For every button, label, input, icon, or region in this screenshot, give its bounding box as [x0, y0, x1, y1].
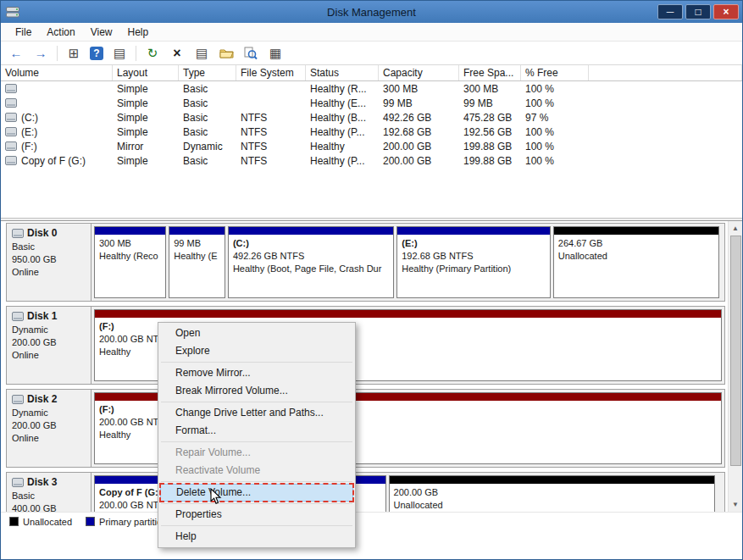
disk-0-label[interactable]: Disk 0 Basic 950.00 GB Online [7, 224, 91, 301]
scroll-down-icon[interactable]: ▼ [729, 497, 743, 512]
column-header-file-system[interactable]: File System [236, 65, 306, 80]
maximize-button[interactable]: □ [685, 4, 711, 19]
cell-file-system: NTFS [236, 112, 306, 124]
cell-pct-free: 100 % [521, 141, 589, 152]
properties-icon[interactable]: ▤ [193, 45, 210, 62]
column-header-layout[interactable]: Layout [113, 65, 179, 80]
disk-3-label[interactable]: Disk 3 Basic 400.00 GB Online [7, 473, 91, 512]
menu-item-repair-volume: Repair Volume... [160, 444, 353, 462]
menu-view[interactable]: View [83, 25, 120, 40]
menu-item-format[interactable]: Format... [160, 422, 353, 440]
menu-item-explore[interactable]: Explore [160, 342, 353, 360]
cell-capacity: 99 MB [379, 97, 459, 109]
graphical-view: Disk 0 Basic 950.00 GB Online 300 MB Hea… [1, 221, 742, 512]
cell-type: Dynamic [179, 141, 236, 152]
menu-help[interactable]: Help [120, 25, 157, 40]
table-row[interactable]: (F:) Mirror Dynamic NTFS Healthy 200.00 … [1, 139, 742, 153]
menu-separator [161, 481, 352, 482]
unallocated-strip [554, 227, 718, 235]
console-tree-icon[interactable]: ⊞ [65, 45, 82, 62]
volume-name: (F:) [21, 141, 37, 152]
export-list-icon[interactable]: ▤ [111, 45, 128, 62]
cell-file-system: NTFS [236, 155, 306, 167]
disk-2-label[interactable]: Disk 2 Dynamic 200.00 GB Online [7, 390, 91, 467]
disk-row: Disk 1 Dynamic 200.00 GB Online (F:) 200… [6, 306, 725, 385]
menu-file[interactable]: File [8, 25, 39, 40]
table-row[interactable]: Simple Basic Healthy (R... 300 MB 300 MB… [1, 81, 742, 96]
legend-label: Unallocated [23, 517, 72, 527]
cell-capacity: 492.26 GB [379, 112, 459, 124]
unallocated-region[interactable]: 264.67 GB Unallocated [553, 226, 719, 298]
cell-file-system: NTFS [236, 141, 306, 152]
volume-icon [5, 141, 17, 151]
cell-pct-free: 100 % [521, 155, 589, 167]
delete-icon[interactable]: × [169, 45, 186, 62]
partition[interactable]: 99 MB Healthy (E [169, 226, 225, 298]
menu-item-change-drive-letter[interactable]: Change Drive Letter and Paths... [160, 404, 353, 422]
column-header-pct-free[interactable]: % Free [521, 65, 589, 80]
refresh-icon[interactable]: ↻ [144, 45, 161, 62]
table-row[interactable]: Simple Basic Healthy (E... 99 MB 99 MB 1… [1, 96, 742, 110]
forward-icon[interactable]: → [32, 45, 49, 62]
menu-item-help[interactable]: Help [160, 528, 353, 546]
disk-status: Online [12, 432, 86, 445]
minimize-button[interactable]: ─ [657, 4, 683, 19]
table-row[interactable]: Copy of F (G:) Simple Basic NTFS Healthy… [1, 153, 742, 168]
volume-list: Volume Layout Type File System Status Ca… [1, 65, 742, 218]
help-icon[interactable]: ? [90, 47, 103, 60]
scrollbar-thumb[interactable] [730, 236, 741, 466]
table-row[interactable]: (C:) Simple Basic NTFS Healthy (B... 492… [1, 110, 742, 125]
partition-size: 200.00 GB [394, 486, 710, 499]
menu-action[interactable]: Action [39, 25, 82, 40]
partition-status: Healthy (Primary Partition) [402, 263, 546, 275]
cell-pct-free: 100 % [521, 83, 589, 95]
disk-name: Disk 2 [27, 393, 57, 405]
cell-status: Healthy (P... [306, 155, 379, 167]
cell-type: Basic [179, 155, 236, 167]
cell-capacity: 200.00 GB [379, 141, 459, 152]
table-row[interactable]: (E:) Simple Basic NTFS Healthy (P... 192… [1, 125, 742, 139]
menu-item-break-mirrored-volume[interactable]: Break Mirrored Volume... [160, 382, 353, 400]
partition-size: 99 MB [174, 237, 220, 250]
vertical-scrollbar[interactable]: ▲ ▼ [728, 221, 742, 512]
menu-item-remove-mirror[interactable]: Remove Mirror... [160, 364, 353, 382]
views-icon[interactable]: ▦ [267, 45, 284, 62]
mirrored-volume-strip [95, 310, 721, 318]
cell-status: Healthy (R... [306, 83, 379, 95]
menu-item-open[interactable]: Open [160, 324, 353, 342]
back-icon[interactable]: ← [8, 45, 25, 62]
cell-status: Healthy [306, 141, 379, 152]
partition[interactable]: (E:) 192.68 GB NTFS Healthy (Primary Par… [396, 226, 551, 298]
cell-pct-free: 97 % [521, 112, 589, 124]
open-folder-icon[interactable] [218, 45, 235, 62]
cell-capacity: 192.68 GB [379, 126, 459, 138]
disk-1-label[interactable]: Disk 1 Dynamic 200.00 GB Online [7, 307, 91, 384]
partition[interactable]: 300 MB Healthy (Reco [94, 226, 166, 298]
cell-type: Basic [179, 83, 236, 95]
cell-free-space: 199.88 GB [459, 141, 521, 152]
cell-free-space: 300 MB [459, 83, 521, 95]
volume-context-menu: Open Explore Remove Mirror... Break Mirr… [158, 322, 356, 548]
window-title: Disk Management [1, 6, 742, 19]
disk-row: Disk 2 Dynamic 200.00 GB Online (F:) 200… [6, 389, 725, 468]
menu-item-delete-volume[interactable]: Delete Volume... [160, 484, 353, 502]
menu-separator [161, 525, 352, 526]
column-header-free-space[interactable]: Free Spa... [459, 65, 521, 80]
disk-name: Disk 3 [27, 476, 57, 488]
column-header-type[interactable]: Type [179, 65, 236, 80]
disk-icon [12, 312, 24, 321]
column-header-capacity[interactable]: Capacity [379, 65, 459, 80]
column-header-volume[interactable]: Volume [1, 65, 113, 80]
mouse-cursor-icon [210, 488, 222, 508]
partition[interactable]: (C:) 492.26 GB NTFS Healthy (Boot, Page … [228, 226, 394, 298]
column-header-status[interactable]: Status [306, 65, 379, 80]
legend-bar: Unallocated Primary partition [1, 512, 742, 530]
scroll-up-icon[interactable]: ▲ [729, 221, 743, 236]
close-button[interactable]: × [713, 4, 739, 19]
unallocated-region[interactable]: 200.00 GB Unallocated [389, 475, 715, 512]
menu-separator [161, 503, 352, 504]
legend-primary-partition: Primary partition [86, 517, 167, 527]
search-icon[interactable] [242, 45, 259, 62]
menu-item-properties[interactable]: Properties [160, 506, 353, 524]
menu-item-reactivate-volume: Reactivate Volume [160, 462, 353, 480]
